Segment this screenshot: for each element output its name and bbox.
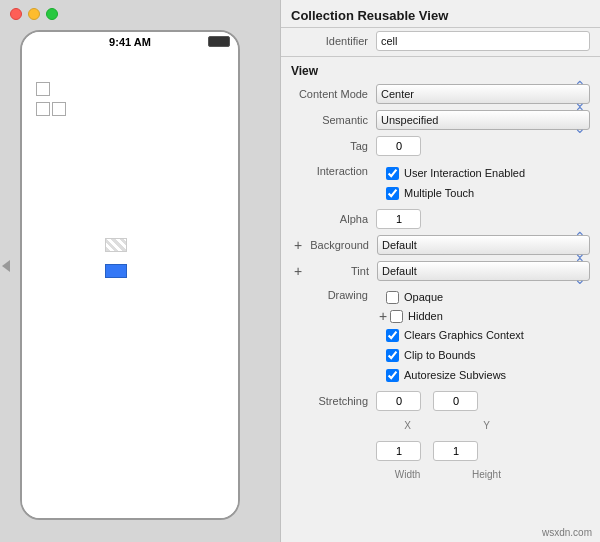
stretch-y-group: ▲ ▼ <box>433 391 474 411</box>
close-button[interactable] <box>10 8 22 20</box>
maximize-button[interactable] <box>46 8 58 20</box>
opaque-label: Opaque <box>404 291 443 303</box>
multiple-touch-row: Multiple Touch <box>376 183 535 203</box>
autoresize-label: Autoresize Subviews <box>404 369 506 381</box>
interaction-checkboxes: User Interaction Enabled Multiple Touch <box>376 163 535 203</box>
inspector-panel: Collection Reusable View Identifier View… <box>280 0 600 542</box>
arrow-left-icon <box>2 260 10 272</box>
multiple-touch-checkbox[interactable] <box>386 187 399 200</box>
ui-element-square <box>36 82 50 96</box>
identifier-label: Identifier <box>291 35 376 47</box>
clip-bounds-checkbox[interactable] <box>386 349 399 362</box>
drawing-plus-button[interactable]: + <box>376 309 390 323</box>
simulator-panel: 9:41 AM <box>0 0 280 542</box>
clears-graphics-label: Clears Graphics Context <box>404 329 524 341</box>
tag-stepper-group: ▲ ▼ <box>376 136 417 156</box>
interaction-row: Interaction User Interaction Enabled Mul… <box>281 159 600 206</box>
interaction-label: Interaction <box>291 163 376 177</box>
status-bar: 9:41 AM <box>22 32 238 52</box>
height-label: Height <box>455 469 518 480</box>
opaque-checkbox[interactable] <box>386 291 399 304</box>
tag-label: Tag <box>291 140 376 152</box>
semantic-row: Semantic Unspecified ⌃⌄ <box>281 107 600 133</box>
stretching-wh-row: ▲ ▼ ▲ ▼ <box>281 438 600 464</box>
view-section-label: View <box>281 59 600 81</box>
background-select[interactable]: Default <box>377 235 590 255</box>
stretch-x-input[interactable] <box>376 391 421 411</box>
stretch-x-group: ▲ ▼ <box>376 391 417 411</box>
stretch-h-input[interactable] <box>433 441 478 461</box>
hidden-label: Hidden <box>408 310 443 322</box>
tint-select[interactable]: Default <box>377 261 590 281</box>
background-row: + Background Default ⌃⌄ <box>281 232 600 258</box>
semantic-select-wrapper: Unspecified ⌃⌄ <box>376 110 590 130</box>
clip-bounds-label: Clip to Bounds <box>404 349 476 361</box>
opaque-row: Opaque <box>376 287 534 307</box>
drawing-checkboxes: Opaque + Hidden Clears Graphics Context … <box>376 287 534 385</box>
tint-row: + Tint Default ⌃⌄ <box>281 258 600 284</box>
alpha-label: Alpha <box>291 213 376 225</box>
watermark: wsxdn.com <box>542 527 592 538</box>
hidden-checkbox[interactable] <box>390 310 403 323</box>
tint-select-wrapper: Default ⌃⌄ <box>377 261 590 281</box>
wh-labels: Width Height <box>376 469 518 480</box>
stretching-label: Stretching <box>291 395 376 407</box>
hidden-row: + Hidden <box>376 307 534 325</box>
alpha-input[interactable] <box>376 209 421 229</box>
semantic-select[interactable]: Unspecified <box>376 110 590 130</box>
stretch-w-input[interactable] <box>376 441 421 461</box>
content-mode-label: Content Mode <box>291 88 376 100</box>
inspector-title: Collection Reusable View <box>281 0 600 28</box>
battery-icon <box>208 36 230 47</box>
user-interaction-checkbox[interactable] <box>386 167 399 180</box>
identifier-row: Identifier <box>281 28 600 54</box>
alpha-stepper-group: ▲ ▼ <box>376 209 417 229</box>
user-interaction-row: User Interaction Enabled <box>376 163 535 183</box>
background-label: Background <box>305 239 377 251</box>
stretch-h-group: ▲ ▼ <box>433 441 474 461</box>
autoresize-row: Autoresize Subviews <box>376 365 534 385</box>
tint-plus-button[interactable]: + <box>291 264 305 278</box>
ui-element-square <box>36 102 50 116</box>
tint-label: Tint <box>305 265 377 277</box>
stretching-xy-row: Stretching ▲ ▼ ▲ ▼ <box>281 388 600 414</box>
width-label: Width <box>376 469 439 480</box>
background-select-wrapper: Default ⌃⌄ <box>377 235 590 255</box>
content-mode-row: Content Mode Center ⌃⌄ <box>281 81 600 107</box>
minimize-button[interactable] <box>28 8 40 20</box>
autoresize-checkbox[interactable] <box>386 369 399 382</box>
content-mode-select-wrapper: Center ⌃⌄ <box>376 84 590 104</box>
content-mode-select[interactable]: Center <box>376 84 590 104</box>
y-label: Y <box>455 420 518 431</box>
xy-label-row: X Y <box>281 414 600 438</box>
identifier-input[interactable] <box>376 31 590 51</box>
ui-element-square <box>52 102 66 116</box>
stretch-w-group: ▲ ▼ <box>376 441 417 461</box>
clears-graphics-row: Clears Graphics Context <box>376 325 534 345</box>
phone-content <box>22 52 238 518</box>
multiple-touch-label: Multiple Touch <box>404 187 474 199</box>
phone-frame: 9:41 AM <box>20 30 240 520</box>
tag-row: Tag ▲ ▼ <box>281 133 600 159</box>
drawing-label: Drawing <box>291 287 376 301</box>
x-label: X <box>376 420 439 431</box>
phone-time: 9:41 AM <box>109 36 151 48</box>
stretching-wh-fields: ▲ ▼ ▲ ▼ <box>376 441 474 461</box>
wh-label-row: Width Height <box>281 464 600 488</box>
stretch-y-input[interactable] <box>433 391 478 411</box>
tag-input[interactable] <box>376 136 421 156</box>
xy-labels: X Y <box>376 420 518 431</box>
drawing-row: Drawing Opaque + Hidden Clears Graphics … <box>281 284 600 388</box>
divider <box>281 56 600 57</box>
clears-graphics-checkbox[interactable] <box>386 329 399 342</box>
stretching-xy-fields: ▲ ▼ ▲ ▼ <box>376 391 474 411</box>
semantic-label: Semantic <box>291 114 376 126</box>
alpha-row: Alpha ▲ ▼ <box>281 206 600 232</box>
user-interaction-label: User Interaction Enabled <box>404 167 525 179</box>
clip-bounds-row: Clip to Bounds <box>376 345 534 365</box>
traffic-lights <box>10 8 58 20</box>
background-plus-button[interactable]: + <box>291 238 305 252</box>
